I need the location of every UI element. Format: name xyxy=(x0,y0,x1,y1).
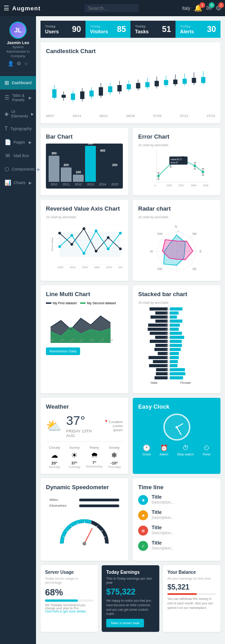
sidebar-item-ui-elements[interactable]: ◈ UI Elements ▶ xyxy=(0,106,36,122)
sidebar-item-typography[interactable]: T Typography xyxy=(0,122,36,135)
server-recommend: We Todaally recommend you change your pl… xyxy=(45,603,94,610)
stat-title: Visitors xyxy=(90,29,108,34)
avatar-initials: JL xyxy=(14,27,22,34)
xaxis-label: 07/19 xyxy=(207,114,215,118)
server-percent: 68% xyxy=(45,587,94,598)
forecast-icon: ❄ xyxy=(106,451,123,459)
server-link[interactable]: Click here to get more details. xyxy=(45,610,94,613)
svg-point-81 xyxy=(107,248,110,250)
speedometer-card: Dynamic Speedometer Miles Kilometres -20… xyxy=(40,478,128,561)
line-stacked-row: Line Multi Chart My First dataset My Sec… xyxy=(40,285,220,393)
svg-text:2007: 2007 xyxy=(179,184,184,187)
svg-text:15-19: 15-19 xyxy=(166,365,171,367)
arrow-icon: ▶ xyxy=(29,140,32,144)
reversed-radar-row: Reversed Value Axis Chart JS chart by am… xyxy=(40,200,220,281)
forecast-day: Tuesday xyxy=(66,465,83,468)
svg-text:-20: -20 xyxy=(67,543,70,545)
stat-label: Today xyxy=(135,24,146,28)
clock-tool-alarm[interactable]: ⏰ Alarm xyxy=(160,444,169,456)
gear-icon[interactable]: ⚙ xyxy=(17,61,21,67)
timeline-item-title: Title xyxy=(152,525,215,530)
timeline-title: Time line xyxy=(138,484,215,491)
timeline-item-title: Title xyxy=(152,540,215,545)
svg-rect-27 xyxy=(173,80,177,84)
candlestick-x-axis: 06/0706/1406/2106/2807/0507/1207/19 xyxy=(46,114,215,118)
svg-text:NW: NW xyxy=(158,232,163,235)
timeline-item: ⊗ Title Description... xyxy=(138,525,215,536)
timeline-item-desc: Description... xyxy=(152,531,215,535)
svg-rect-70 xyxy=(60,232,121,257)
svg-text:Female: Female xyxy=(180,381,191,384)
svg-point-75 xyxy=(107,236,110,239)
search-input[interactable] xyxy=(85,4,139,12)
svg-text:20-24: 20-24 xyxy=(166,360,171,363)
stat-card-alerts: Today Alerts 30 xyxy=(176,21,220,38)
stat-title: Users xyxy=(45,29,59,34)
timeline-item: ★ Title Description... xyxy=(138,509,215,520)
svg-text:85+: 85+ xyxy=(166,308,171,311)
error-chart-byline: JS chart by amCharts xyxy=(138,144,215,147)
user-icon[interactable]: 👤 xyxy=(8,61,14,67)
svg-rect-148 xyxy=(170,340,182,343)
message-badge[interactable]: ✉5 xyxy=(206,4,212,12)
sidebar-label-components: Components xyxy=(12,167,35,171)
line-legend: My First dataset My Second dataset xyxy=(46,301,123,305)
balance-bar xyxy=(167,593,216,595)
svg-text:65-69: 65-69 xyxy=(166,324,171,327)
clock-stop-watch-icon: ⏱ xyxy=(182,444,189,451)
avatar: JL xyxy=(9,22,27,39)
weather-icon: ⛅ xyxy=(46,419,62,433)
svg-text:5: 5 xyxy=(178,230,180,233)
clock-tool-stop-watch[interactable]: ⏱ Stop watch xyxy=(177,444,194,456)
sidebar-item-pages[interactable]: 📄 Pages ▶ xyxy=(0,135,36,149)
star-icon[interactable]: ☆ xyxy=(24,61,28,67)
weather-card: Weather ⛅ 37° FRIDAY 13TH AUG 📍 Location… xyxy=(40,398,128,474)
notification-badge[interactable]: 🔔3 xyxy=(194,4,202,12)
svg-text:1978: 1978 xyxy=(118,266,123,269)
clock-tool-timer[interactable]: ⏲ Timer xyxy=(202,444,211,456)
radar-chart-card: Radar chart JS chart by amCharts NNEESES… xyxy=(133,200,220,281)
svg-text:20: 20 xyxy=(73,531,76,533)
sidebar-item-components[interactable]: ⬡ Components ▶ xyxy=(0,162,36,176)
stacked-bar-card: Stacked bar chart JS chart by amCharts 8… xyxy=(133,285,220,393)
svg-rect-3 xyxy=(62,95,66,98)
earnings-cta-button[interactable]: Take a closer look xyxy=(106,619,144,627)
randomize-button[interactable]: Randomize Data xyxy=(46,347,80,355)
bar-error-row: Bar Chart 360 2010 200 2011 100 2012 500… xyxy=(40,128,220,195)
error-chart-card: Error Chart JS chart by amCharts value:8… xyxy=(133,128,220,195)
sidebar-item-dashboard[interactable]: ⊞ Dashboard xyxy=(0,76,36,90)
sidebar-item-mailbox[interactable]: ✉ Mail Box xyxy=(0,149,36,162)
clock-tool-label: Alarm xyxy=(160,452,169,456)
notification-count: 3 xyxy=(199,2,205,8)
svg-text:SW: SW xyxy=(158,267,163,270)
weather-location: 📍 Location Lorem ipsum xyxy=(104,420,123,432)
timeline-content: Title Description... xyxy=(152,509,215,520)
balance-subtitle: All your earnings for this time xyxy=(167,576,216,581)
xaxis-label: 06/28 xyxy=(126,114,135,118)
svg-rect-7 xyxy=(80,91,84,99)
svg-text:N: N xyxy=(175,225,177,228)
sidebar-profile: JL Jasmin Leo System Administrator in Co… xyxy=(0,16,36,72)
svg-point-74 xyxy=(95,250,98,252)
weather-day-monday: Cloudy ☁ 20° Monday xyxy=(46,446,63,468)
xaxis-label: 06/14 xyxy=(73,114,81,118)
bar-group-5: 200 2015 xyxy=(109,163,120,186)
hamburger-icon[interactable]: ☰ xyxy=(4,5,9,12)
sidebar-item-tabs-panels[interactable]: ☰ Tabs & Panels ▶ xyxy=(0,90,36,106)
svg-rect-17 xyxy=(127,84,131,89)
speed-timeline-row: Dynamic Speedometer Miles Kilometres -20… xyxy=(40,478,220,561)
svg-point-79 xyxy=(83,252,86,255)
settings-badge[interactable]: ⚙2 xyxy=(216,4,221,12)
forecast-name: Rainy xyxy=(86,446,103,450)
clock-tool-clock[interactable]: 🕐 Clock xyxy=(143,444,151,456)
sidebar-item-charts[interactable]: 📊 Charts ▶ xyxy=(0,176,36,189)
radar-title: Radar chart xyxy=(138,205,215,212)
svg-rect-31 xyxy=(192,78,196,83)
clock-clock-icon: 🕐 xyxy=(143,444,150,451)
profile-role: System Administrator in Company xyxy=(4,45,32,58)
svg-text:0-4: 0-4 xyxy=(167,377,170,379)
stat-value: 90 xyxy=(72,25,81,34)
arrow-icon: ▶ xyxy=(31,112,34,116)
svg-rect-11 xyxy=(99,87,103,96)
weather-day-tuesday: Sunny ☀ 37° Tuesday xyxy=(66,446,83,468)
